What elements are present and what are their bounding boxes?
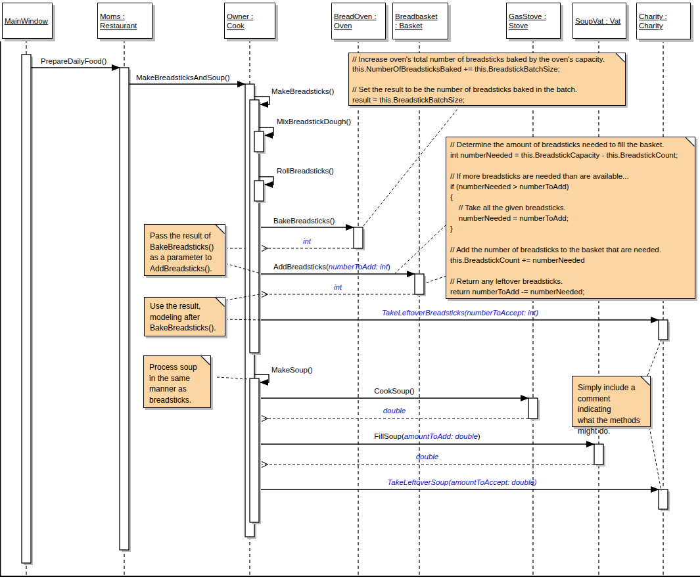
note-simply-comment: Simply include a comment indicating what…	[572, 376, 651, 427]
lifeline-label: Charity : Charity	[639, 12, 667, 30]
lifeline-head-owner: Owner : Cook	[224, 3, 275, 39]
lifeline-label: GasStove : Stove	[509, 12, 546, 30]
message-label-fill-soup: FillSoup(amountToAdd: double)	[374, 432, 480, 441]
message-label-bake-breadsticks: BakeBreadsticks()	[273, 217, 335, 225]
message-label-make-soup: MakeSoup()	[271, 366, 313, 374]
activation-mainwindow	[22, 55, 33, 565]
lifeline-label: MainWindow	[5, 16, 48, 26]
lifeline-label: BreadOven : Oven	[334, 12, 377, 30]
lifeline-head-charity: Charity : Charity	[636, 3, 691, 39]
activation-moms	[120, 68, 131, 552]
message-label-cook-soup: CookSoup()	[374, 387, 414, 396]
activation-breadoven	[354, 227, 365, 250]
activation-owner-rollbreadsticks	[254, 181, 266, 203]
return-label-double-2: double	[416, 453, 439, 461]
msg-param: amountToAdd: double	[404, 432, 478, 440]
msg-part: )	[478, 432, 480, 440]
message-label-take-leftover-breadsticks: TakeLeftoverBreadsticks(numberToAccept: …	[382, 309, 538, 317]
return-label-int-2: int	[334, 283, 342, 292]
note-oven-code: // Increase oven's total number of bread…	[348, 53, 626, 106]
activation-breadbasket	[415, 274, 426, 296]
note-connector-basket-code-1	[395, 225, 446, 273]
message-label-roll-breadsticks: RollBreadsticks()	[277, 167, 334, 175]
note-process-soup: Process soup in the same manner as bread…	[143, 355, 211, 408]
lifeline-label: Moms : Restaurant	[100, 12, 137, 30]
msg-part: )	[388, 263, 390, 271]
lifeline-head-mainwindow: MainWindow	[2, 3, 53, 39]
msg-part: FillSoup(	[374, 432, 404, 440]
lifeline-head-breadoven: BreadOven : Oven	[331, 3, 386, 39]
note-basket-code: // Determine the amount of breadsticks n…	[446, 137, 695, 299]
note-text: // Determine the amount of breadsticks n…	[446, 137, 695, 299]
lifeline-head-moms: Moms : Restaurant	[97, 3, 152, 39]
note-fold-icon	[215, 224, 225, 235]
note-text: // Increase oven's total number of bread…	[349, 53, 625, 106]
note-text: Pass the result of BakeBreadsticks() as …	[145, 225, 225, 280]
note-pass-result: Pass the result of BakeBreadsticks() as …	[144, 224, 225, 276]
activation-charity-2	[659, 489, 670, 511]
note-connector-simply-1	[647, 340, 661, 376]
message-label-take-leftover-soup: TakeLeftoverSoup(amountToAccept: double)	[387, 478, 536, 487]
msg-part: AddBreadsticks(	[273, 263, 329, 271]
message-label-prepare-daily-food: PrepareDailyFood()	[41, 57, 106, 66]
note-connector-simply-2	[649, 427, 661, 491]
lifeline-label: Breadbasket : Basket	[395, 12, 438, 30]
lifeline-label: Owner : Cook	[227, 12, 273, 30]
lifeline-head-gasstove: GasStove : Stove	[506, 3, 561, 39]
sequence-diagram: MainWindow Moms : Restaurant Owner : Coo…	[0, 0, 700, 588]
activations	[22, 55, 670, 565]
note-fold-icon	[615, 53, 626, 63]
note-text: Use the result, modeling after BakeBread…	[145, 298, 225, 337]
message-label-make-breadsticks-and-soup: MakeBreadsticksAndSoup()	[136, 74, 230, 82]
msg-param: numberToAdd: int	[329, 263, 388, 271]
lifeline-head-breadbasket: Breadbasket : Basket	[392, 3, 448, 39]
activation-charity-1	[659, 320, 670, 342]
message-label-add-breadsticks: AddBreadsticks(numberToAdd: int)	[273, 263, 390, 271]
activation-soupvat	[594, 444, 605, 466]
message-label-mix-breadstick-dough: MixBreadstickDough()	[277, 118, 351, 126]
note-fold-icon	[640, 376, 651, 386]
note-connector-basket-code-2	[425, 276, 446, 283]
activation-owner-makesoup	[250, 378, 261, 524]
note-fold-icon	[215, 297, 225, 307]
return-label-double-1: double	[383, 407, 406, 415]
note-fold-icon	[685, 137, 695, 147]
activation-owner-mixdough	[254, 131, 266, 154]
note-use-result: Use the result, modeling after BakeBread…	[144, 297, 225, 336]
return-label-int-1: int	[303, 237, 311, 246]
note-connector-process-soup	[217, 377, 248, 379]
activation-gasstove	[528, 398, 540, 420]
lifeline-head-soupvat: SoupVat : Vat	[572, 3, 626, 39]
lifeline-label: SoupVat : Vat	[575, 16, 620, 26]
note-fold-icon	[200, 355, 211, 366]
message-label-make-breadsticks: MakeBreadsticks()	[271, 87, 334, 96]
note-text: Simply include a comment indicating what…	[572, 376, 650, 443]
